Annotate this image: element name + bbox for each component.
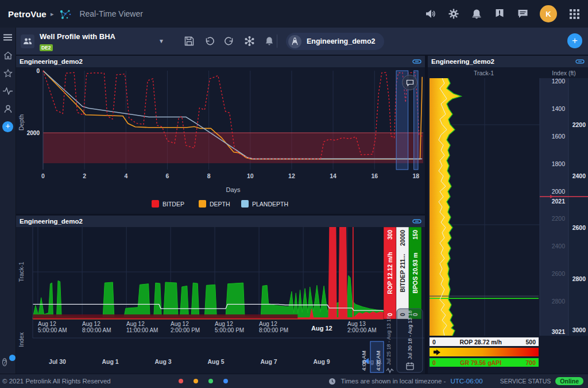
time-track-chart: 0300ROP 12.12 m/h020000BITDEP 211...0150… <box>16 227 425 374</box>
help-button[interactable]: ? <box>2 356 14 368</box>
depth-days-panel-header: Engineering_demo2 <box>16 56 425 67</box>
time-tick-date: Aug 12 <box>171 321 189 327</box>
timezone-value[interactable]: UTC-06:00 <box>450 378 482 385</box>
index-tick-primary: 2800 <box>552 298 566 305</box>
status-dot-3[interactable] <box>223 379 228 383</box>
depth-log-panel-title: Engineering_demo2 <box>431 58 494 65</box>
apps-grid-icon[interactable] <box>568 8 580 20</box>
profile-dropdown-caret-icon[interactable]: ▼ <box>158 38 164 44</box>
index-tick-primary: 3021 <box>552 328 566 335</box>
navbar-actions: K <box>425 5 580 22</box>
track-header: Track-1 <box>428 70 540 76</box>
depth-days-panel-title: Engineering_demo2 <box>20 58 83 65</box>
clock-icon <box>328 378 336 385</box>
link-icon[interactable] <box>412 218 421 225</box>
time-track-panel-header: Engineering_demo2 <box>16 216 425 227</box>
breadcrumb-chevron-icon: ▸ <box>51 10 54 18</box>
notifications-bell-icon[interactable] <box>471 8 482 20</box>
alarm-bell-icon[interactable] <box>264 36 274 47</box>
legend-label-plandepth: PLANDEPTH <box>252 201 288 208</box>
status-dot-0[interactable] <box>179 379 183 383</box>
y-axis-tick: 2000 <box>27 130 40 136</box>
index-tick-secondary: 2400 <box>572 172 586 179</box>
status-dot-1[interactable] <box>194 379 198 383</box>
index-tick-primary: 1400 <box>552 105 566 112</box>
sidebar-add-button[interactable]: + <box>2 121 13 132</box>
profile-group-icon <box>21 34 34 48</box>
brand-logo-text[interactable]: PetroVue <box>8 9 47 19</box>
save-icon[interactable] <box>184 36 194 47</box>
alert-icon[interactable] <box>494 8 505 20</box>
x-axis-tick: 10 <box>247 172 254 179</box>
help-notification-dot <box>9 355 16 361</box>
time-tick-time: 5:00:00 AM <box>38 327 67 333</box>
user-profile-icon[interactable] <box>3 103 13 114</box>
left-sidebar: + ? <box>0 28 16 374</box>
link-icon[interactable] <box>575 58 585 65</box>
menu-hamburger-icon[interactable] <box>3 32 13 43</box>
index-column-secondary <box>568 78 588 336</box>
well-chip[interactable]: Engineering_demo2 <box>286 33 384 50</box>
index-tick-primary: 2400 <box>552 243 566 249</box>
x-axis-tick: 18 <box>413 172 420 179</box>
copyright-text: © 2021 Petrolink All Rights Reserved <box>2 378 111 385</box>
profile-badge: DE2 <box>40 44 53 51</box>
navbar-left: PetroVue ▸ Real-Time Viewer <box>8 6 143 22</box>
x-axis-label: Days <box>226 186 241 193</box>
depth-log-subheader: Track-1 Index (ft) <box>428 67 588 78</box>
gr-gauge-min: 0 <box>432 359 436 366</box>
volume-icon[interactable] <box>425 8 436 20</box>
overview-tick: Aug 3 <box>154 358 171 365</box>
time-tick-time: 11:00:00 AM <box>126 327 158 333</box>
home-icon[interactable] <box>3 50 13 60</box>
x-axis-tick: 8 <box>207 172 211 179</box>
status-dots <box>179 379 228 383</box>
status-bar: © 2021 Petrolink All Rights Reserved Tim… <box>0 374 588 388</box>
favorites-star-icon[interactable] <box>3 68 13 78</box>
time-tick-date: Aug 12 <box>38 321 56 327</box>
derrick-icon <box>288 35 301 48</box>
legend-swatch-bitdep[interactable] <box>152 200 159 208</box>
comment-bubble-button[interactable] <box>402 75 417 90</box>
time-tick-date: Aug 12 <box>215 321 233 327</box>
user-avatar[interactable]: K <box>540 5 557 22</box>
overview-tick: Aug 5 <box>207 358 224 365</box>
top-navbar: PetroVue ▸ Real-Time Viewer K <box>0 0 588 28</box>
selection-time-label: 4:08 AM <box>375 351 381 371</box>
gr-gauge-label: GR 79.56 gAPI <box>460 359 501 366</box>
overview-tick: Aug 1 <box>102 358 118 365</box>
messages-icon[interactable] <box>517 8 528 20</box>
bottom-band <box>33 314 297 318</box>
service-status-badge: Online <box>555 377 583 385</box>
time-track-panel-title: Engineering_demo2 <box>20 218 83 225</box>
legend-label-depth: DEPTH <box>210 201 230 208</box>
profile-selector[interactable]: Well Profile with BHA DE2 <box>21 31 115 52</box>
status-dot-2[interactable] <box>208 379 213 383</box>
rop-gauge-min: 0 <box>432 339 436 345</box>
legend-swatch-plandepth[interactable] <box>241 200 249 208</box>
share-network-icon[interactable] <box>244 36 254 47</box>
profile-toolbar: Well Profile with BHA DE2 ▼ <box>16 28 588 55</box>
scale-max: 150 <box>412 230 419 240</box>
link-icon[interactable] <box>412 58 421 65</box>
undo-icon[interactable] <box>204 36 214 47</box>
depth-log-chart: 1200140016001800200022002400260028003021… <box>428 78 588 336</box>
profile-title-wrap: Well Profile with BHA DE2 <box>40 31 115 52</box>
redo-icon[interactable] <box>224 36 234 47</box>
x-axis-tick: 14 <box>330 172 336 179</box>
time-tick-time: 8:00:00 AM <box>82 327 111 333</box>
rop-gauge-max: 500 <box>525 339 536 345</box>
index-tick-secondary: 2800 <box>572 275 586 282</box>
depth-log-panel-header: Engineering_demo2 <box>428 56 588 67</box>
timezone-text: Times are shown in local timezone - <box>341 378 446 385</box>
activity-pulse-icon[interactable] <box>3 86 13 96</box>
depth-days-chart: 02000024681012141618DaysDepthBITDEPDEPTH… <box>16 67 425 214</box>
index-header: Index (ft) <box>540 70 588 76</box>
settings-gear-icon[interactable] <box>448 8 459 20</box>
add-panel-button[interactable]: + <box>567 33 582 48</box>
range-label-stream: Jul 25 18 - Aug 13 18 <box>386 316 392 365</box>
range-label-calendar: Jul 30 18 - Aug 13 18 <box>407 310 413 359</box>
legend-swatch-depth[interactable] <box>199 200 206 208</box>
overview-tick: Aug 9 <box>313 358 330 365</box>
y-axis-tick: 0 <box>36 68 40 74</box>
